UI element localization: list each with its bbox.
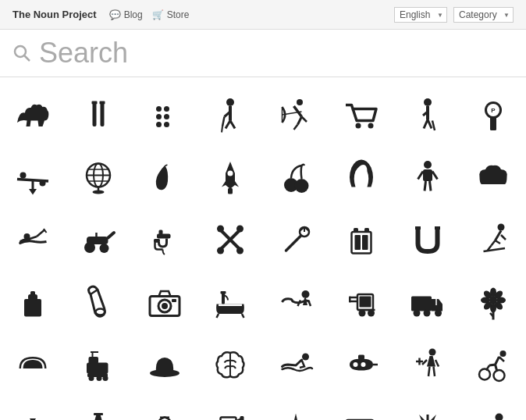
svg-point-149 [354,362,358,367]
icon-bathtub[interactable] [197,271,263,333]
svg-rect-5 [100,101,105,105]
icon-faucet[interactable] [132,208,197,271]
icon-gas-pump[interactable] [197,396,263,420]
icon-swimmer[interactable] [263,333,329,396]
icon-camel[interactable] [0,84,66,146]
icon-medical-person[interactable] [395,333,460,396]
svg-line-62 [37,230,44,237]
svg-line-79 [286,236,301,251]
icon-volleyball[interactable] [460,396,526,420]
icon-shopping-cart[interactable] [329,84,394,146]
icon-lighthouse[interactable] [66,396,131,420]
svg-rect-137 [87,363,108,374]
icon-bottles[interactable] [66,84,131,146]
svg-point-159 [499,351,506,357]
icon-skier[interactable] [460,208,526,271]
svg-point-26 [356,123,361,129]
svg-rect-34 [490,117,496,131]
svg-line-22 [294,125,298,130]
svg-line-15 [230,121,235,129]
search-bar[interactable]: Search [0,30,526,77]
icon-basket[interactable] [132,396,197,420]
icon-roller-skate[interactable] [66,333,131,396]
icon-brain[interactable] [197,333,263,396]
icon-scissors-cross[interactable] [197,208,263,271]
icon-globe[interactable] [66,146,131,208]
icon-dots-grid[interactable] [132,84,197,146]
svg-point-123 [413,310,420,317]
svg-rect-69 [157,234,171,239]
svg-point-10 [156,122,162,127]
svg-point-11 [164,122,169,127]
svg-point-27 [368,123,374,129]
icon-forklift[interactable] [329,271,394,333]
svg-point-124 [423,310,430,317]
svg-line-106 [216,314,219,318]
site-logo[interactable]: The Noun Project [12,9,97,20]
category-select[interactable]: Category [453,7,514,23]
icon-cannon[interactable] [66,208,131,271]
svg-marker-42 [29,189,37,195]
icon-submarine[interactable] [329,333,394,396]
language-select[interactable]: English [394,7,447,23]
icon-bread[interactable] [460,146,526,208]
svg-rect-71 [154,239,160,242]
chat-icon: 💬 [109,9,121,20]
blog-link[interactable]: 💬 Blog [109,9,143,20]
icon-truck[interactable] [395,271,460,333]
svg-rect-174 [240,416,243,420]
svg-line-154 [435,360,439,367]
icon-blind-person[interactable] [197,84,263,146]
svg-point-19 [297,99,303,105]
svg-rect-2 [93,103,97,126]
icon-rocket[interactable] [197,146,263,208]
icon-camera[interactable] [132,271,197,333]
svg-rect-108 [222,293,225,304]
svg-rect-104 [172,299,176,302]
icon-weight[interactable] [0,271,66,333]
icon-airplane[interactable] [263,396,329,420]
icon-massage[interactable] [263,271,329,333]
svg-point-141 [97,376,102,381]
svg-line-155 [428,367,430,377]
icon-horseshoe[interactable] [329,146,394,208]
svg-point-160 [479,369,490,380]
svg-rect-84 [355,235,361,250]
icon-badminton[interactable] [263,208,329,271]
icons-grid: P [0,77,526,420]
svg-point-147 [302,354,309,361]
icon-safety-pin[interactable] [66,271,131,333]
header-right: English Category [394,7,514,23]
svg-point-74 [217,226,224,233]
icon-windmill[interactable] [395,396,460,420]
icon-caravan[interactable] [329,396,394,420]
svg-point-50 [227,171,233,176]
icon-parking-meter[interactable]: P [460,84,526,146]
icon-locker[interactable] [329,208,394,271]
svg-point-67 [100,244,109,253]
svg-point-12 [226,98,234,106]
svg-rect-114 [360,297,371,308]
icon-archery[interactable] [263,84,329,146]
svg-line-107 [242,314,244,318]
icon-cherries[interactable] [263,146,329,208]
icon-seesaw[interactable] [0,146,66,208]
svg-rect-70 [158,230,162,235]
icon-watermelon[interactable] [0,333,66,396]
svg-rect-97 [24,299,41,317]
svg-rect-87 [364,228,369,233]
icon-flower[interactable] [460,271,526,333]
svg-point-161 [493,370,504,381]
icon-hat[interactable] [132,333,197,396]
icon-pepper[interactable] [132,146,197,208]
svg-rect-99 [30,291,35,295]
icon-radiation[interactable] [0,396,66,420]
icon-magnet[interactable] [395,208,460,271]
icon-elderly[interactable] [395,84,460,146]
icon-cyclist[interactable] [460,333,526,396]
icon-rowing[interactable] [0,208,66,271]
svg-line-18 [222,126,222,133]
svg-line-23 [302,117,307,123]
store-link[interactable]: 🛒 Store [152,9,190,20]
icon-body-figure[interactable] [395,146,460,208]
